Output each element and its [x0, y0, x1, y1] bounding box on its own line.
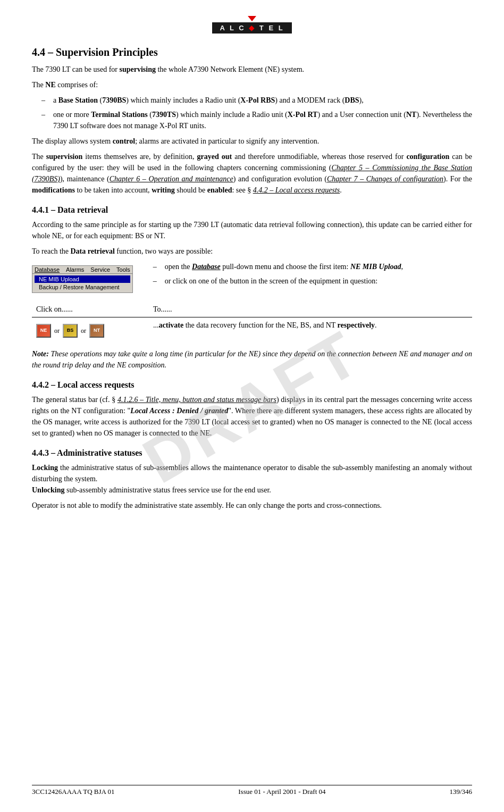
- list-item-step2: or click on one of the button in the scr…: [159, 275, 472, 287]
- logo-box: A L C ◆ T E L: [212, 22, 291, 34]
- alcatel-logo: A L C ◆ T E L: [212, 16, 291, 34]
- section441-title: 4.4.1 – Data retrieval: [32, 205, 472, 215]
- section442-p1: The general status bar (cf. § 4.1.2.6 – …: [32, 394, 472, 439]
- bullet-list-area: open the Database pull-down menu and cho…: [144, 261, 472, 297]
- section44-list: a Base Station (7390BS) which mainly inc…: [48, 95, 472, 131]
- page: DRAFT A L C ◆ T E L 4.4 – Supervision Pr…: [0, 0, 504, 812]
- section442-title: 4.4.2 – Local access requests: [32, 380, 472, 390]
- footer-right: 139/346: [449, 788, 472, 796]
- list-item: a Base Station (7390BS) which mainly inc…: [48, 95, 472, 106]
- steps-list: open the Database pull-down menu and cho…: [159, 261, 472, 287]
- menu-item-backup[interactable]: Backup / Restore Management: [35, 283, 130, 291]
- section441-p1: According to the same principle as for s…: [32, 219, 472, 241]
- section44-p4: The supervision items themselves are, by…: [32, 151, 472, 196]
- menu-alarms[interactable]: Alarms: [66, 266, 84, 273]
- icon-row: NE or BS or NT: [36, 324, 145, 338]
- list-item: one or more Terminal Stations (7390TS) w…: [48, 109, 472, 131]
- icon-or-label-1: or: [54, 326, 60, 336]
- click-table-description-cell: ...activate the data recovery function f…: [149, 317, 472, 345]
- click-table-header-col1: Click on......: [32, 302, 149, 317]
- section441-p2: To reach the Data retrieval function, tw…: [32, 246, 472, 257]
- menu-item-ne-mib-upload[interactable]: NE MIB Upload: [35, 275, 130, 283]
- bs-icon-button[interactable]: BS: [63, 324, 78, 338]
- list-item-step1: open the Database pull-down menu and cho…: [159, 261, 472, 272]
- screenshot-box[interactable]: Database Alarms Service Tools NE MIB Upl…: [32, 265, 133, 293]
- click-table: Click on...... To...... NE or BS or: [32, 302, 472, 344]
- menu-service[interactable]: Service: [90, 266, 110, 273]
- icon-or-label-2: or: [81, 326, 86, 336]
- section44-p3: The display allows system control; alarm…: [32, 136, 472, 147]
- section443-title: 4.4.3 – Administrative statuses: [32, 448, 472, 458]
- menu-tools[interactable]: Tools: [116, 266, 130, 273]
- footer-left: 3CC12426AAAA TQ BJA 01: [32, 788, 114, 796]
- click-table-icons-cell: NE or BS or NT: [32, 317, 149, 345]
- footer-center: Issue 01 - April 2001 - Draft 04: [238, 788, 325, 796]
- click-table-header-col2: To......: [149, 302, 472, 317]
- footer: 3CC12426AAAA TQ BJA 01 Issue 01 - April …: [32, 785, 472, 796]
- section44-p1: The 7390 LT can be used for supervising …: [32, 64, 472, 75]
- menu-database[interactable]: Database: [35, 266, 60, 273]
- screenshot-items: NE MIB Upload Backup / Restore Managemen…: [32, 274, 132, 292]
- section441-note: Note: These operations may take quite a …: [32, 348, 472, 371]
- nt-icon-button[interactable]: NT: [89, 324, 104, 338]
- header: A L C ◆ T E L: [32, 16, 472, 34]
- ne-icon-button[interactable]: NE: [36, 324, 51, 338]
- screenshot-menubar: Database Alarms Service Tools: [32, 266, 132, 274]
- screenshot-area: Database Alarms Service Tools NE MIB Upl…: [32, 261, 133, 297]
- logo-dot: ◆: [249, 24, 256, 32]
- section443-p1: Locking the administrative status of sub…: [32, 462, 472, 496]
- section443-p2: Operator is not able to modify the admin…: [32, 500, 472, 511]
- section44-title: 4.4 – Supervision Principles: [32, 46, 472, 58]
- logo-triangle-icon: [248, 16, 256, 21]
- section44-p2: The NE comprises of:: [32, 79, 472, 90]
